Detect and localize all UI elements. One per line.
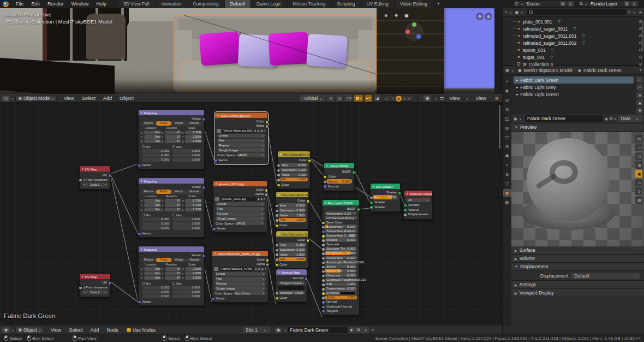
shading-solid-button[interactable]: ◔ — [390, 96, 396, 102]
mapping-value-field[interactable]: X 0m — [141, 199, 161, 203]
node-value-slider[interactable]: Fac1.000 — [278, 218, 306, 222]
node-input-row[interactable]: Sheen Tint0.500 — [325, 269, 357, 273]
node-input-row[interactable]: Color — [326, 174, 352, 178]
axis-z-handle[interactable] — [416, 34, 421, 39]
node-input-row[interactable]: Surface — [407, 203, 430, 207]
mapping-value-field[interactable]: Z 0m — [141, 276, 161, 280]
unlink-icon[interactable]: × — [614, 116, 616, 121]
mapping-type-button[interactable]: Vector — [171, 258, 187, 262]
max-value-field[interactable]: 1.000 — [172, 290, 201, 294]
mapping-type-button[interactable]: Texture — [141, 258, 156, 262]
new-layer-button[interactable]: ⧉ — [624, 1, 630, 7]
node-editor-menu[interactable]: Select — [65, 327, 86, 333]
search-input[interactable] — [534, 10, 624, 15]
link-dropdown[interactable]: Data ∨ — [618, 115, 642, 122]
lighting-dropdown[interactable]: ●∨ — [365, 95, 372, 102]
node-input-row[interactable]: Subsurface Radius — [325, 229, 357, 233]
mapping-value-field[interactable]: Y 0° — [162, 272, 182, 275]
bsdf-output-socket[interactable]: BSDF — [323, 207, 359, 211]
image-setting-dropdown[interactable]: Repeat — [214, 281, 266, 285]
node-hue-saturation-1[interactable]: Hue Saturation Value Color Hue0.500 Satu… — [277, 151, 311, 189]
mapping-value-field[interactable]: X 2.000 — [182, 267, 202, 271]
copy-icon[interactable]: ⧉ — [261, 197, 263, 201]
mapping-value-field[interactable]: X 1.700 — [182, 199, 202, 203]
image-setting-dropdown[interactable]: Single Image — [217, 148, 265, 152]
zoom-icon[interactable]: ⊕ — [382, 11, 390, 19]
workspace-tab[interactable]: Compositing — [187, 0, 224, 8]
node-input-row[interactable]: Clearcoat0.000 — [325, 273, 357, 277]
node-input-row[interactable]: Specular Tint0.000 — [325, 247, 357, 251]
gizmos-dropdown[interactable]: ⊹∨ — [344, 95, 353, 102]
pan-hand-icon[interactable]: ✥ — [476, 13, 484, 20]
new-scene-button[interactable]: ⧉ — [560, 1, 566, 7]
properties-tab-object[interactable]: ▢ — [504, 134, 511, 141]
outliner-item[interactable]: ▼ ☑ ▤ plate_001.001 ▽ ⊙ — [503, 18, 644, 25]
node-input-row[interactable]: Sigma0.000 — [326, 179, 352, 183]
mapping-value-field[interactable]: X 0° — [162, 199, 182, 203]
material-sphere-icon[interactable]: ◉ — [275, 327, 282, 333]
vector-input-socket[interactable]: Vector — [213, 226, 267, 231]
material-name-field[interactable]: Fabric Dark Green — [288, 327, 348, 333]
topbar-menu[interactable]: Edit — [28, 1, 44, 7]
mapping-value-field[interactable]: Z 2.000 — [182, 276, 202, 280]
node-editor-menu[interactable]: Add — [86, 327, 103, 333]
node-input-row[interactable]: Sheen0.000 — [325, 264, 357, 268]
mapping-value-field[interactable]: Z 0m — [141, 208, 161, 211]
node-value-slider[interactable]: Saturation1.000 — [280, 168, 308, 172]
node-editor-scrollbar[interactable] — [499, 105, 500, 149]
outliner-type-icon[interactable]: ≡ — [505, 10, 507, 14]
axis-gizmo[interactable] — [405, 22, 424, 41]
properties-tab-world[interactable]: ◍ — [504, 125, 511, 132]
add-slot-button[interactable]: + — [636, 76, 643, 83]
displacement-method-dropdown[interactable]: Default • — [571, 273, 640, 279]
node-value-slider[interactable]: Hue0.500 — [278, 203, 306, 207]
remove-slot-button[interactable]: − — [636, 84, 643, 91]
min-value-field[interactable]: 0.000 — [142, 149, 170, 153]
max-value-field[interactable]: 1.000 — [172, 226, 201, 230]
properties-tab-view-layer[interactable]: ⧉ — [504, 106, 511, 113]
outliner-scrollbar[interactable] — [642, 20, 643, 51]
node-velvet-bsdf[interactable]: Velvet BSDF BSDF Color Sigma0.000 Normal — [324, 162, 355, 191]
node-input-row[interactable]: Specular — [325, 243, 357, 246]
image-setting-dropdown[interactable]: Linear — [217, 134, 265, 138]
breadcrumb-material[interactable]: Fabric Dark Green — [583, 68, 622, 73]
workspace-tab[interactable]: Animation — [156, 0, 188, 8]
outliner-item[interactable]: ▼ ☑ ▤ spoon_001 ▽ ⊙ — [503, 46, 644, 54]
mapping-value-field[interactable]: Y 0° — [162, 203, 182, 207]
node-input-row[interactable]: IOR1.450 — [325, 282, 357, 286]
viewport-menu[interactable]: Select — [78, 95, 99, 102]
bsdf-output-socket[interactable]: BSDF — [324, 169, 354, 174]
subsurface-method-dropdown[interactable]: Christensen-Burley — [325, 216, 357, 220]
node-input-row[interactable]: Anisotropic0.000 — [325, 256, 357, 260]
node-image-texture-velvet-mask[interactable]: Velvet Mask.jpg.001 Color Alpha Velvet M… — [214, 112, 268, 164]
fake-user-icon[interactable]: ◈ — [348, 327, 355, 333]
proportional-editing-icon[interactable]: ◎ — [336, 95, 343, 102]
axis-y-handle[interactable] — [412, 22, 416, 27]
mapping-value-field[interactable]: Y 0° — [162, 135, 182, 139]
from-instancer-checkbox[interactable]: From Instancer — [82, 178, 108, 181]
image-selector[interactable]: FabricPlain001_NRM_ ◈ ⧉ ▤ × — [214, 267, 266, 271]
vector-input-socket[interactable]: Vector — [212, 296, 268, 300]
editor-type-icon[interactable]: ◫ — [2, 96, 10, 102]
blender-logo-icon[interactable] — [3, 1, 9, 7]
color-output-socket[interactable]: Color — [215, 119, 267, 123]
image-setting-dropdown[interactable]: Linear — [216, 202, 265, 206]
scene-armchair[interactable] — [127, 21, 178, 68]
use-nodes-checkbox[interactable] — [127, 328, 131, 332]
delete-scene-button[interactable]: × — [568, 1, 574, 7]
node-mapping-3[interactable]: Mapping Vector Texture Point Vector Norm… — [138, 246, 205, 306]
mapping-value-field[interactable]: X 2.500 — [182, 131, 202, 134]
min-value-field[interactable]: 0.000 — [142, 226, 170, 230]
max-value-field[interactable]: 1.000 — [172, 217, 201, 221]
node-input-row[interactable]: Transmission0.000 — [325, 287, 357, 291]
image-setting-dropdown[interactable]: Linear — [214, 272, 266, 276]
mapping-value-field[interactable]: Z 0° — [162, 276, 182, 280]
image-editor-menu[interactable]: Ir — [492, 95, 503, 102]
strength-slider[interactable]: Strength0.500 — [278, 291, 305, 294]
workspace-tab[interactable]: Motion Tracking — [288, 0, 332, 8]
color-input-socket[interactable]: Color — [276, 223, 308, 227]
outliner-search[interactable] — [527, 9, 627, 15]
alpha-output-socket[interactable]: Alpha — [215, 123, 267, 128]
node-value-slider[interactable]: Fac1.000 — [278, 257, 306, 261]
vector-input-socket[interactable]: Vector — [215, 158, 267, 162]
